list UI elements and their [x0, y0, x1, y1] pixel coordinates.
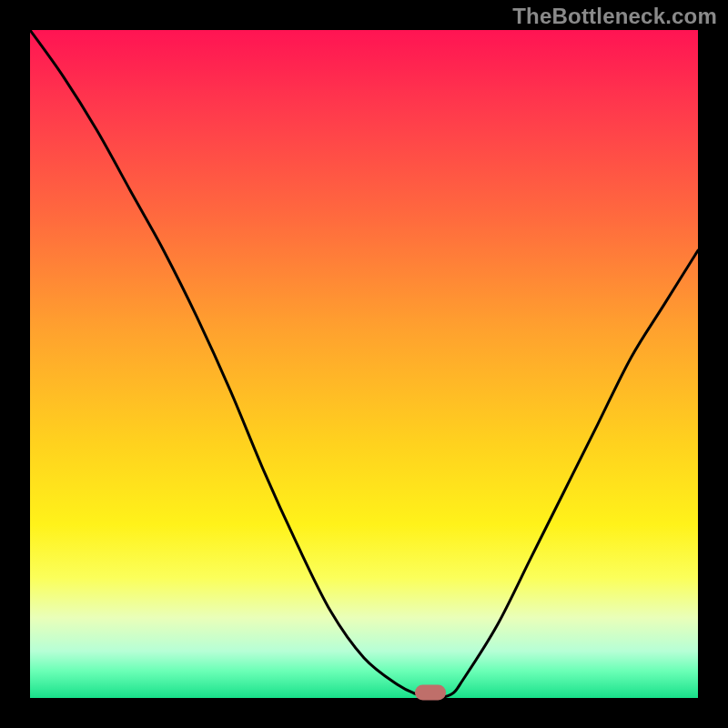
plot-area: [30, 30, 698, 698]
minimum-marker: [415, 685, 446, 701]
watermark-text: TheBottleneck.com: [512, 4, 717, 29]
chart-frame: TheBottleneck.com: [0, 0, 728, 728]
bottleneck-curve: [30, 30, 698, 698]
